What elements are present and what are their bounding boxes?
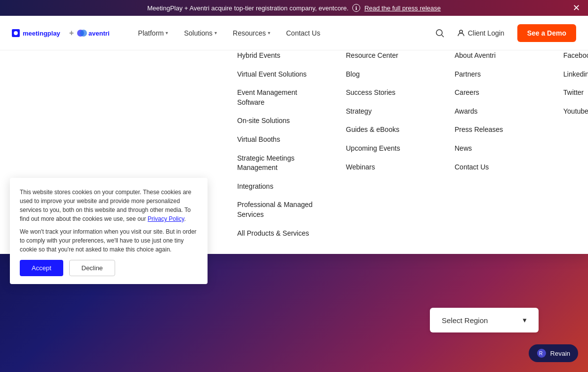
svg-line-7 (442, 35, 444, 37)
svg-point-8 (460, 30, 462, 33)
info-icon: ℹ (352, 4, 360, 12)
resources-chevron-icon: ▾ (268, 30, 270, 36)
svg-text:aventri: aventri (88, 30, 110, 37)
logo-plus: + (69, 29, 74, 38)
svg-text:meetingplay: meetingplay (23, 30, 61, 37)
aventri-logo: aventri (77, 27, 116, 39)
banner-link[interactable]: Read the full press release (364, 4, 441, 12)
platform-chevron-icon: ▾ (166, 30, 168, 36)
nav-solutions[interactable]: Solutions ▾ (178, 25, 223, 41)
nav-contact[interactable]: Contact Us (280, 25, 326, 41)
search-icon (435, 29, 444, 38)
nav-platform[interactable]: Platform ▾ (132, 25, 174, 41)
nav-resources[interactable]: Resources ▾ (227, 25, 276, 41)
svg-point-1 (14, 31, 18, 35)
banner-text: MeetingPlay + Aventri acquire top-tier r… (147, 4, 348, 12)
banner-close-button[interactable]: ✕ (573, 2, 580, 13)
svg-point-4 (80, 30, 87, 37)
solutions-chevron-icon: ▾ (214, 30, 217, 36)
meetingplay-logo-icon: meetingplay (12, 27, 66, 39)
svg-point-6 (436, 30, 442, 36)
see-a-demo-button[interactable]: See a Demo (517, 24, 576, 42)
logo[interactable]: meetingplay + aventri (12, 27, 116, 39)
main-nav: Platform ▾ Solutions ▾ Resources ▾ Conta… (132, 25, 419, 41)
header: meetingplay + aventri Platform ▾ Solutio… (0, 16, 588, 50)
header-actions: Client Login See a Demo (435, 24, 576, 42)
search-button[interactable] (435, 29, 444, 38)
top-banner: MeetingPlay + Aventri acquire top-tier r… (0, 0, 588, 16)
user-icon (457, 29, 465, 37)
client-login-button[interactable]: Client Login (452, 26, 509, 40)
